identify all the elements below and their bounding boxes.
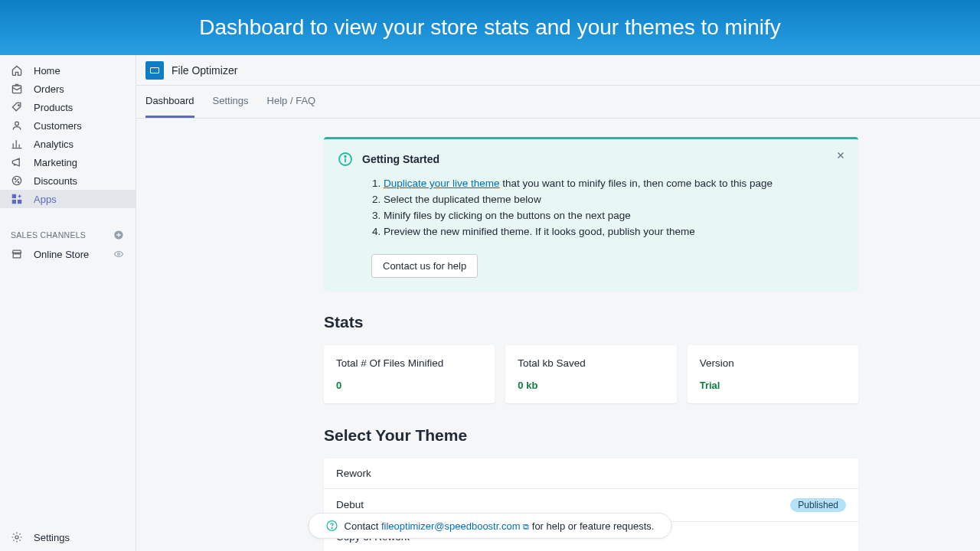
select-theme-heading: Select Your Theme [324,426,858,445]
svg-point-11 [15,536,18,539]
sidebar-item-customers[interactable]: Customers [0,116,136,135]
sidebar-item-label: Online Store [34,249,102,260]
customers-icon [11,119,23,132]
sidebar-item-label: Discounts [34,175,77,187]
sidebar-item-products[interactable]: Products [0,98,136,116]
sales-channels-header: SALES CHANNELS [11,230,86,240]
getting-started-steps: Duplicate your live theme that you want … [338,176,844,240]
svg-point-10 [118,253,120,256]
stat-label: Version [700,357,846,369]
promo-banner: Dashboard to view your store stats and y… [0,0,980,55]
svg-point-1 [18,105,20,106]
sidebar-item-home[interactable]: Home [0,61,136,80]
sidebar-item-label: Customers [34,120,82,132]
svg-rect-8 [18,201,21,204]
svg-rect-6 [12,194,15,197]
contact-email-link[interactable]: fileoptimizer@speedboostr.com [381,520,521,532]
stat-label: Total # Of Files Minified [336,357,482,369]
add-channel-button[interactable] [113,229,125,241]
theme-row[interactable]: Rework [324,458,858,489]
app-title: File Optimizer [172,64,237,77]
stats-row: Total # Of Files Minified 0 Total kb Sav… [324,345,858,403]
store-icon [11,248,23,260]
svg-point-2 [15,122,19,126]
discounts-icon [11,174,23,187]
getting-started-panel: Getting Started Duplicate your live them… [324,137,858,292]
sidebar: Home Orders Products Customers Analytics [0,55,136,551]
published-badge: Published [790,498,846,512]
tab-help-faq[interactable]: Help / FAQ [267,86,316,118]
duplicate-theme-link[interactable]: Duplicate your live theme [384,178,500,189]
sidebar-item-analytics[interactable]: Analytics [0,135,136,153]
sidebar-item-label: Marketing [34,157,77,168]
home-icon [11,64,23,77]
app-tabs: Dashboard Settings Help / FAQ [136,86,980,119]
sidebar-item-label: Products [34,102,73,113]
products-icon [11,101,23,113]
app-topbar: File Optimizer [136,55,980,86]
svg-point-5 [18,181,18,182]
sidebar-item-orders[interactable]: Orders [0,80,136,98]
sidebar-item-online-store[interactable]: Online Store [0,245,136,263]
settings-label: Settings [34,532,70,543]
analytics-icon [11,138,23,150]
getting-started-title: Getting Started [362,153,439,165]
sidebar-item-label: Orders [34,83,64,95]
apps-icon [11,193,23,205]
sidebar-item-apps[interactable]: Apps [0,190,136,208]
svg-point-13 [345,156,346,158]
stat-label: Total kb Saved [518,357,664,369]
footer-suffix: for help or feature requests. [532,520,655,532]
info-icon [338,152,353,167]
stat-card-version: Version Trial [688,345,858,403]
stat-value: Trial [700,380,846,391]
gear-icon [11,531,23,543]
external-link-icon: ⧉ [523,522,529,531]
svg-rect-0 [12,86,21,93]
sidebar-item-label: Home [34,65,60,77]
svg-rect-7 [12,201,15,204]
sidebar-item-label: Apps [34,194,57,205]
sidebar-item-marketing[interactable]: Marketing [0,153,136,171]
stat-card-files: Total # Of Files Minified 0 [324,345,495,403]
svg-point-4 [15,178,15,179]
tab-settings[interactable]: Settings [213,86,249,118]
theme-name: Debut [336,499,364,510]
contact-help-button[interactable]: Contact us for help [371,254,478,278]
stat-value: 0 [336,380,482,391]
sidebar-item-settings[interactable]: Settings [0,523,136,551]
footer-help-bar: Contact fileoptimizer@speedboostr.com ⧉ … [309,513,672,539]
tab-dashboard[interactable]: Dashboard [145,86,194,118]
sidebar-item-discounts[interactable]: Discounts [0,171,136,190]
banner-text: Dashboard to view your store stats and y… [199,15,780,40]
svg-point-15 [332,528,332,529]
theme-name: Rework [336,468,371,479]
app-logo-icon [145,61,164,80]
close-icon[interactable] [835,150,846,161]
footer-prefix: Contact [345,520,381,532]
stat-card-kb: Total kb Saved 0 kb [505,345,676,403]
stat-value: 0 kb [518,380,664,391]
orders-icon [11,83,23,95]
help-icon [326,520,338,532]
preview-store-icon[interactable] [113,248,125,260]
marketing-icon [11,156,23,168]
stats-heading: Stats [324,313,858,331]
sidebar-item-label: Analytics [34,139,74,150]
